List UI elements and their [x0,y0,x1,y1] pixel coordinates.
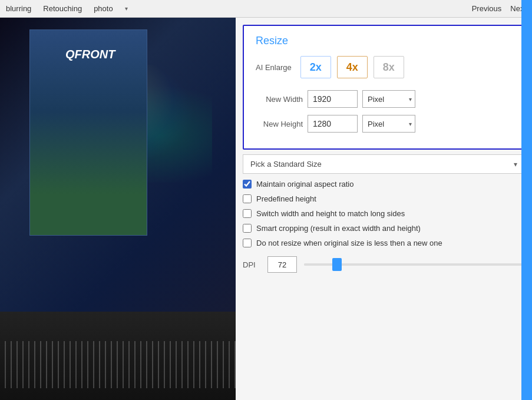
predefined-height-checkbox[interactable] [243,194,252,203]
height-unit-select[interactable]: Pixel Percent Inch cm [362,115,415,133]
photo-background: QFRONT [0,18,236,400]
nav-retouching[interactable]: Retouching [43,4,82,13]
building-sign: QFRONT [65,48,115,61]
blue-side-bar [521,18,532,400]
ai-enlarge-label: AI Enlarge [256,63,292,72]
predefined-height-label[interactable]: Predefined height [256,194,316,203]
standard-size-arrow: ▾ [514,160,517,168]
nav-previous[interactable]: Previous [472,4,502,13]
enlarge-8x-button[interactable]: 8x [374,56,404,78]
checkbox-row-0: Maintain original aspect ratio [243,180,525,189]
ai-enlarge-row: AI Enlarge 2x 4x 8x [256,56,512,78]
new-width-label: New Width [256,95,303,104]
street-scene [0,312,236,400]
smart-cropping-checkbox[interactable] [243,224,252,233]
dpi-slider-wrapper [304,259,525,270]
new-width-input[interactable] [308,90,358,108]
resize-box: Resize AI Enlarge 2x 4x 8x New Width Pix… [243,25,525,150]
crowd [0,341,236,388]
checkbox-row-2: Switch width and height to match long si… [243,209,525,218]
new-height-input[interactable] [308,115,358,133]
switch-sides-checkbox[interactable] [243,209,252,218]
photo-building: QFRONT [29,29,147,236]
width-unit-wrapper: Pixel Percent Inch cm ▾ [362,90,415,108]
enlarge-2x-button[interactable]: 2x [300,56,331,78]
main-area: QFRONT Resize AI Enlarge 2x 4x 8x New Wi… [0,18,532,400]
top-nav: blurring Retouching photo ▾ Previous Nex… [0,0,532,18]
maintain-aspect-checkbox[interactable] [243,180,252,189]
standard-size-dropdown[interactable]: Pick a Standard Size ▾ [243,154,525,174]
nav-blurring[interactable]: blurring [6,4,31,13]
nav-photo-arrow: ▾ [125,5,128,12]
checkboxes-section: Maintain original aspect ratio Predefine… [236,180,532,247]
resize-title: Resize [256,35,512,47]
new-height-row: New Height Pixel Percent Inch cm ▾ [256,115,512,133]
maintain-aspect-label[interactable]: Maintain original aspect ratio [256,180,353,189]
enlarge-4x-button[interactable]: 4x [337,56,368,78]
checkbox-row-3: Smart cropping (result in exact width an… [243,224,525,233]
no-resize-label[interactable]: Do not resize when original size is less… [256,239,442,247]
new-height-label: New Height [256,120,303,128]
dpi-label: DPI [243,260,260,269]
width-unit-select[interactable]: Pixel Percent Inch cm [362,90,415,108]
no-resize-checkbox[interactable] [243,239,252,247]
standard-size-label: Pick a Standard Size [250,160,514,168]
dpi-row: DPI 72 [243,256,525,273]
switch-sides-label[interactable]: Switch width and height to match long si… [256,209,405,218]
dpi-slider-thumb[interactable] [332,258,342,271]
smart-cropping-label[interactable]: Smart cropping (result in exact width an… [256,224,421,233]
nav-photo[interactable]: photo [94,4,113,13]
dpi-value: 72 [267,256,297,273]
right-panel: Resize AI Enlarge 2x 4x 8x New Width Pix… [236,18,532,400]
checkbox-row-1: Predefined height [243,194,525,203]
new-width-row: New Width Pixel Percent Inch cm ▾ [256,90,512,108]
checkbox-row-4: Do not resize when original size is less… [243,239,525,247]
height-unit-wrapper: Pixel Percent Inch cm ▾ [362,115,415,133]
photo-area: QFRONT [0,18,236,400]
